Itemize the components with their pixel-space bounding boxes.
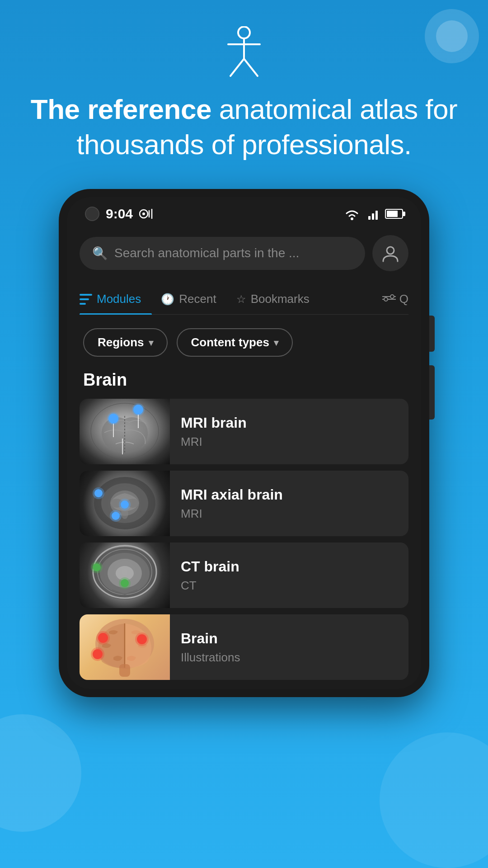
phone-screen: 9:04 bbox=[67, 197, 421, 689]
user-icon bbox=[381, 244, 399, 262]
filter-icon bbox=[382, 293, 396, 305]
card-thumb-mri-axial bbox=[80, 471, 170, 536]
status-time: 9:04 bbox=[106, 206, 133, 222]
content-types-filter-button[interactable]: Content types ▾ bbox=[177, 328, 293, 357]
clock-icon: 🕐 bbox=[161, 293, 174, 306]
search-icon: 🔍 bbox=[92, 246, 108, 261]
svg-point-12 bbox=[390, 295, 394, 298]
search-bar[interactable]: 🔍 Search anatomical parts in the ... bbox=[80, 237, 365, 270]
pin-axial-3 bbox=[121, 500, 129, 509]
hero-title: The reference anatomical atlas for thous… bbox=[0, 92, 488, 162]
search-row: 🔍 Search anatomical parts in the ... bbox=[80, 235, 408, 271]
tab-modules-label: Modules bbox=[97, 292, 141, 306]
content-types-chevron-icon: ▾ bbox=[274, 337, 278, 348]
svg-point-10 bbox=[387, 247, 394, 254]
pin-2 bbox=[133, 405, 143, 428]
svg-rect-33 bbox=[119, 664, 130, 677]
mri-brain-sagittal-image bbox=[80, 399, 170, 464]
content-list: MRI brain MRI bbox=[80, 399, 408, 680]
ct-brain-image bbox=[80, 542, 170, 608]
card-subtitle-ct: CT bbox=[181, 579, 398, 593]
card-title-mri-axial: MRI axial brain bbox=[181, 486, 398, 503]
hero-title-bold: The reference bbox=[31, 94, 211, 125]
svg-point-11 bbox=[384, 297, 388, 301]
tab-bookmarks-label: Bookmarks bbox=[251, 292, 310, 306]
card-thumb-ct bbox=[80, 542, 170, 608]
regions-filter-button[interactable]: Regions ▾ bbox=[83, 328, 168, 357]
pin-axial-2 bbox=[112, 512, 120, 520]
card-info-illustration: Brain Illustrations bbox=[170, 614, 408, 680]
regions-filter-label: Regions bbox=[98, 335, 144, 349]
pin-illus-3 bbox=[137, 634, 147, 644]
pin-ct-2 bbox=[121, 579, 129, 587]
signal-icon bbox=[366, 208, 380, 220]
battery-fill bbox=[387, 211, 398, 217]
svg-line-3 bbox=[230, 59, 244, 76]
camera-dot bbox=[85, 207, 99, 221]
card-thumb-illustration bbox=[80, 614, 170, 680]
tab-recent[interactable]: 🕐 Recent bbox=[161, 284, 227, 314]
card-mri-axial-brain[interactable]: MRI axial brain MRI bbox=[80, 471, 408, 536]
pin-line-center bbox=[122, 439, 123, 454]
pin-illus-2 bbox=[93, 649, 103, 659]
phone-container: 9:04 bbox=[59, 189, 429, 697]
modules-icon bbox=[80, 294, 92, 305]
pin-axial-1 bbox=[94, 489, 103, 497]
search-placeholder: Search anatomical parts in the ... bbox=[114, 246, 299, 260]
card-subtitle-mri-axial: MRI bbox=[181, 507, 398, 521]
app-content: 🔍 Search anatomical parts in the ... bbox=[67, 226, 421, 689]
svg-point-6 bbox=[142, 212, 145, 215]
card-ct-brain[interactable]: CT brain CT bbox=[80, 542, 408, 608]
status-extra-icon bbox=[139, 209, 154, 219]
filter-row: Regions ▾ Content types ▾ bbox=[80, 328, 408, 357]
brain-illustration-image bbox=[80, 614, 170, 680]
tab-more[interactable]: Q bbox=[382, 284, 408, 314]
status-left: 9:04 bbox=[85, 206, 154, 222]
card-info-mri-axial: MRI axial brain MRI bbox=[170, 471, 408, 536]
card-thumb-mri-brain bbox=[80, 399, 170, 464]
user-avatar-button[interactable] bbox=[372, 235, 408, 271]
card-subtitle-illustration: Illustrations bbox=[181, 651, 398, 665]
tab-modules[interactable]: Modules bbox=[80, 284, 152, 314]
section-brain-title: Brain bbox=[80, 370, 408, 399]
svg-point-28 bbox=[116, 566, 134, 580]
svg-point-24 bbox=[121, 508, 128, 519]
svg-point-9 bbox=[351, 217, 353, 220]
wifi-icon bbox=[343, 207, 361, 221]
star-icon: ☆ bbox=[236, 293, 246, 306]
status-right bbox=[343, 207, 403, 221]
mri-axial-image bbox=[80, 471, 170, 536]
tab-more-label: Q bbox=[399, 292, 408, 306]
header-area: The reference anatomical atlas for thous… bbox=[0, 0, 488, 162]
phone-shell: 9:04 bbox=[59, 189, 429, 697]
tabs-row: Modules 🕐 Recent ☆ Bookmarks bbox=[80, 284, 408, 315]
pin-1 bbox=[108, 414, 118, 437]
card-title-illustration: Brain bbox=[181, 630, 398, 647]
battery-icon bbox=[385, 209, 403, 219]
card-info-ct: CT brain CT bbox=[170, 542, 408, 608]
pin-illus-1 bbox=[98, 633, 108, 643]
tab-bookmarks[interactable]: ☆ Bookmarks bbox=[236, 284, 320, 314]
body-icon bbox=[221, 25, 267, 79]
card-mri-brain[interactable]: MRI brain MRI bbox=[80, 399, 408, 464]
svg-point-0 bbox=[238, 27, 250, 38]
card-subtitle-mri-brain: MRI bbox=[181, 435, 398, 449]
svg-line-4 bbox=[244, 59, 258, 76]
card-brain-illustration[interactable]: Brain Illustrations bbox=[80, 614, 408, 680]
card-info-mri-brain: MRI brain MRI bbox=[170, 399, 408, 464]
content-types-filter-label: Content types bbox=[191, 335, 269, 349]
regions-chevron-icon: ▾ bbox=[149, 337, 153, 348]
pin-ct-1 bbox=[93, 563, 101, 571]
card-title-mri-brain: MRI brain bbox=[181, 415, 398, 431]
status-bar: 9:04 bbox=[67, 197, 421, 226]
card-title-ct: CT brain bbox=[181, 558, 398, 575]
tab-recent-label: Recent bbox=[179, 292, 216, 306]
